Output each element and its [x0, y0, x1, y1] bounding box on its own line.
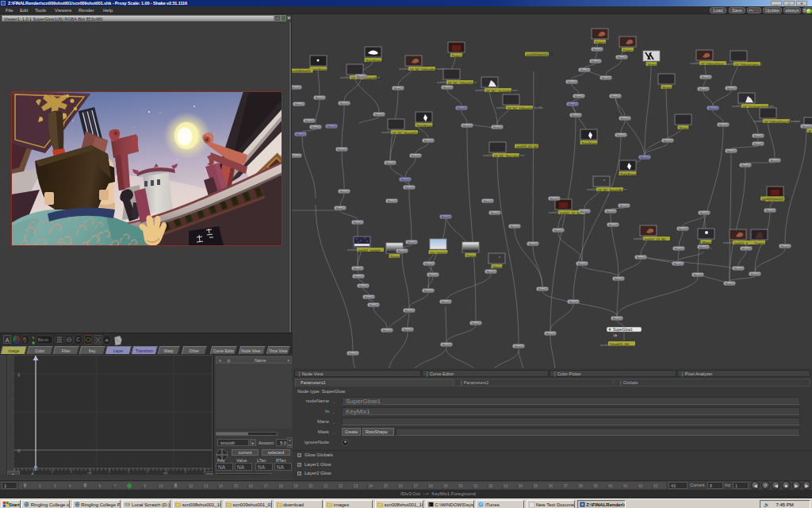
svg-text:Move2D: Move2D: [742, 248, 753, 251]
svg-text:38: 38: [578, 484, 583, 488]
svg-text:Papers1: Papers1: [596, 40, 608, 44]
svg-text:Move2D: Move2D: [354, 275, 365, 279]
svg-text:Move2D: Move2D: [295, 103, 305, 106]
svg-text:Move2D: Move2D: [359, 285, 370, 288]
svg-text:Move2D: Move2D: [487, 271, 497, 274]
svg-text:Move2D: Move2D: [425, 263, 435, 266]
svg-text:Move2D: Move2D: [515, 345, 525, 348]
svg-text:Move2D: Move2D: [472, 322, 482, 325]
svg-text:Move2D: Move2D: [694, 274, 704, 277]
svg-text:03_NC_DiffuseIndi: 03_NC_DiffuseIndi: [508, 106, 534, 110]
svg-text:Move2D: Move2D: [297, 133, 307, 137]
svg-text:39: 39: [593, 484, 598, 488]
svg-text:Move2D: Move2D: [699, 88, 710, 91]
svg-text:Move2D: Move2D: [484, 200, 494, 203]
svg-text:0: 0: [17, 448, 21, 453]
svg-text:03_DiffuseDirect: 03_DiffuseDirect: [701, 62, 725, 66]
svg-text:Move2D: Move2D: [569, 103, 579, 106]
svg-text:18: 18: [278, 484, 283, 488]
svg-text:RotoShape1: RotoShape1: [582, 141, 600, 145]
svg-text:Move2D: Move2D: [613, 318, 623, 321]
svg-text:Move2D: Move2D: [621, 117, 631, 121]
svg-text:Move2D: Move2D: [569, 301, 580, 304]
svg-text:1A: 1A: [613, 333, 617, 337]
svg-text:03_NC_DiffuseDire: 03_NC_DiffuseDire: [448, 81, 476, 85]
svg-text:Move2D: Move2D: [754, 135, 764, 138]
svg-text:Move2D: Move2D: [458, 107, 468, 110]
svg-text:Move2D: Move2D: [781, 245, 791, 248]
svg-text:1: 1: [17, 372, 21, 377]
svg-text:21: 21: [324, 484, 328, 488]
svg-text:24: 24: [369, 484, 373, 488]
svg-text:Move2D: Move2D: [550, 198, 561, 201]
svg-text:Move2D: Move2D: [292, 155, 302, 158]
svg-text:23: 23: [354, 484, 358, 488]
svg-text:Move2D: Move2D: [404, 329, 414, 332]
svg-text:Move2D: Move2D: [292, 87, 302, 90]
svg-text:16: 16: [249, 484, 254, 488]
svg-text:Move2D: Move2D: [398, 250, 408, 253]
svg-text:hot001_03_N0: hot001_03_N0: [560, 211, 581, 215]
svg-text:Move2D: Move2D: [617, 134, 627, 137]
svg-text:Move2D: Move2D: [442, 301, 452, 304]
svg-text:scn008shot01_tk: scn008shot01_tk: [292, 69, 315, 73]
svg-text:Shane7: Shane7: [680, 126, 691, 130]
svg-text:Move2D: Move2D: [611, 95, 622, 98]
svg-text:03_DiffuseIndirec: 03_DiffuseIndirec: [735, 63, 760, 67]
svg-text:36: 36: [549, 484, 553, 488]
svg-text:Move2D: Move2D: [771, 160, 781, 163]
svg-text:Move2D: Move2D: [405, 310, 416, 313]
svg-text:Papers1: Papers1: [452, 54, 465, 58]
svg-text:Move2D: Move2D: [675, 248, 685, 251]
svg-text:Move2D: Move2D: [491, 212, 501, 215]
svg-text:Move2D: Move2D: [443, 87, 454, 90]
svg-text:hadow: hadow: [791, 119, 800, 123]
svg-text:Move2D: Move2D: [700, 212, 710, 215]
svg-text:hot001_03_N0: hot001_03_N0: [645, 237, 666, 241]
svg-text:Move2D: Move2D: [727, 150, 737, 153]
svg-text:Move2D: Move2D: [463, 125, 473, 128]
svg-text:Move2D: Move2D: [727, 87, 737, 90]
svg-text:Move2D: Move2D: [316, 97, 326, 100]
svg-text:03_NC_SpecularDir: 03_NC_SpecularDir: [494, 154, 523, 158]
svg-text:Move2D: Move2D: [618, 56, 628, 60]
svg-text:Move2D: Move2D: [408, 241, 418, 244]
svg-text:03_NC_beautyBrack: 03_NC_beautyBrack: [598, 188, 627, 192]
svg-text:6: 6: [99, 484, 102, 488]
svg-text:Move2D: Move2D: [340, 190, 350, 194]
svg-text:43: 43: [653, 484, 658, 488]
svg-text:hot001_4: hot001_4: [734, 241, 748, 245]
svg-text:Move2D: Move2D: [429, 274, 439, 277]
svg-text:Move2D: Move2D: [405, 187, 416, 190]
svg-text:rect: rect: [512, 88, 519, 92]
svg-text:Move2D: Move2D: [754, 143, 764, 146]
svg-text:ect: ect: [520, 153, 525, 157]
svg-text:Move2D: Move2D: [493, 126, 504, 129]
svg-text:M: M: [809, 129, 811, 133]
svg-text:Move2D: Move2D: [312, 126, 322, 129]
svg-text:Move2D: Move2D: [386, 162, 396, 165]
svg-text:Move2D: Move2D: [641, 156, 651, 160]
svg-text:15: 15: [234, 484, 239, 488]
svg-text:Move2D: Move2D: [609, 224, 619, 227]
svg-text:Move2D: Move2D: [554, 229, 565, 233]
svg-text:12: 12: [189, 484, 193, 488]
svg-text:Move2D: Move2D: [802, 125, 812, 129]
svg-text:30: 30: [458, 484, 463, 488]
svg-text:26: 26: [399, 484, 404, 488]
svg-text:Move2D: Move2D: [568, 81, 578, 84]
svg-text:Move2D: Move2D: [575, 95, 585, 98]
svg-text:Move2D: Move2D: [305, 120, 316, 123]
svg-text:Move2D: Move2D: [538, 288, 549, 291]
svg-text:Move2D: Move2D: [766, 210, 776, 213]
svg-text:Move2D: Move2D: [593, 48, 603, 52]
svg-text:2: 2: [39, 484, 41, 488]
svg-text:scn009_03_tk2: scn009_03_tk2: [516, 144, 538, 148]
svg-text:03_NC_DiffuseEnvi: 03_NC_DiffuseEnvi: [410, 67, 438, 71]
svg-text:7: 7: [113, 484, 116, 488]
svg-text:scn009shot001_21: scn009shot001_21: [762, 197, 790, 201]
svg-text:Move2D: Move2D: [394, 87, 404, 90]
svg-text:Move2D: Move2D: [424, 290, 435, 293]
svg-text:Papers2: Papers2: [623, 48, 636, 52]
svg-text:Move2D: Move2D: [679, 228, 689, 231]
